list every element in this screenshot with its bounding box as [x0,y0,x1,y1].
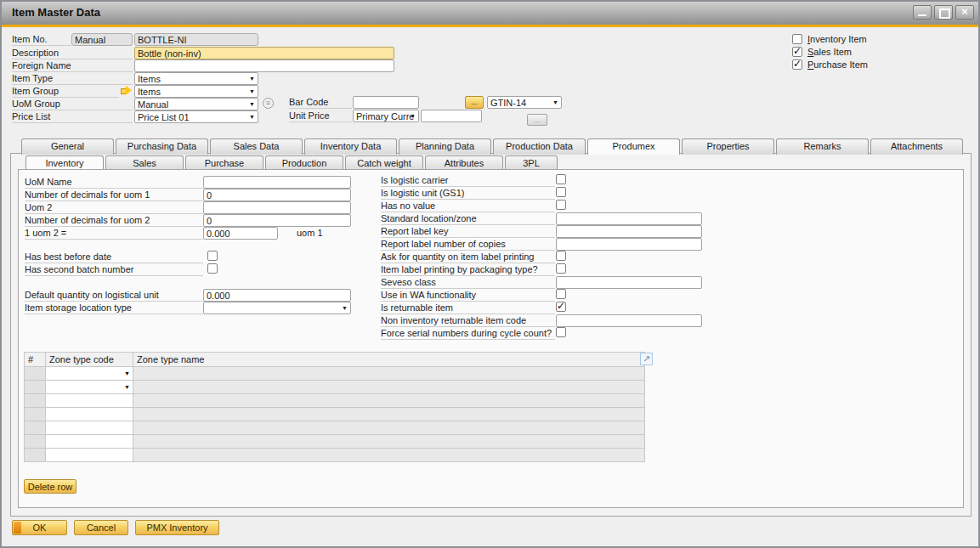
tab-general[interactable]: General [21,138,114,155]
uom-list-icon[interactable]: ≡ [263,98,274,109]
unit-price-field[interactable] [421,110,482,122]
inventory-item-label: Inventory Item [807,34,867,45]
tab-attachments[interactable]: Attachments [870,138,963,155]
zone-code-cell[interactable] [46,394,133,408]
uom-group-select[interactable]: Manual [134,98,258,110]
report-label-copies-field[interactable] [556,238,702,251]
pmx-inventory-button[interactable]: PMX Inventory [135,520,219,535]
item-master-data-window: Item Master Data × Item No. Manual BOTTL… [0,0,980,548]
returnable-item-label: Is returnable item [381,302,555,314]
link-arrow-icon[interactable] [121,86,132,95]
tab-remarks[interactable]: Remarks [776,138,869,155]
logistic-carrier-checkbox[interactable] [556,174,566,184]
non-inventory-returnable-field[interactable] [556,314,702,327]
wa-functionality-label: Use in WA functionality [381,290,555,302]
wa-functionality-checkbox[interactable] [556,289,566,299]
decimals-uom2-field[interactable] [203,214,351,227]
inventory-item-checkbox[interactable] [792,34,802,44]
cancel-button[interactable]: Cancel [74,520,128,535]
second-batch-checkbox[interactable] [207,263,218,274]
zone-col-code-header[interactable]: Zone type code [46,353,133,367]
returnable-item-checkbox[interactable] [556,302,566,312]
decimals-uom1-field[interactable] [203,189,351,201]
tab-production-data[interactable]: Production Data [493,138,586,155]
zone-table-header-row: # Zone type code Zone type name [25,353,645,367]
expand-table-icon[interactable]: ↗ [640,353,653,365]
ask-quantity-label: Ask for quantity on item label printing [381,251,555,263]
tab-produmex[interactable]: Produmex [587,138,680,155]
label-printing-packaging-checkbox[interactable] [556,263,566,274]
bar-code-type-select[interactable]: GTIN-14 [487,96,562,109]
close-button[interactable]: × [955,5,974,20]
zone-code-cell[interactable] [46,408,133,421]
uom-name-label: UoM Name [25,177,203,189]
zone-code-cell[interactable] [46,381,133,394]
foreign-name-field[interactable] [134,59,394,72]
report-label-copies-label: Report label number of copies [381,239,555,251]
default-qty-label: Default quantity on logistical unit [25,290,203,302]
sales-item-checkbox[interactable] [792,47,802,57]
tab-planning-data[interactable]: Planning Data [399,138,491,155]
force-serial-numbers-checkbox[interactable] [556,327,566,337]
uom-group-label: UoM Group [12,99,133,110]
item-group-label: Item Group [12,86,119,98]
maximize-button[interactable] [934,5,953,20]
bar-code-browse-button[interactable]: ... [465,96,484,109]
zone-col-name-header[interactable]: Zone type name [133,353,645,367]
unit-price-currency-select[interactable]: Primary Curre [353,110,419,122]
logistic-carrier-label: Is logistic carrier [381,175,555,187]
minimize-button[interactable] [913,5,932,20]
zone-code-cell[interactable] [46,435,133,449]
label-printing-packaging-label: Item label printing by packaging type? [381,264,555,276]
item-group-select[interactable]: Items [134,85,258,98]
uom-name-field[interactable] [203,176,351,189]
item-type-label: Item Type [12,73,133,85]
tab-inventory-data[interactable]: Inventory Data [304,138,397,155]
standard-location-field[interactable] [556,212,702,225]
tab-properties[interactable]: Properties [682,138,774,155]
inventory-subtab-panel: UoM Name Number of decimals for uom 1 Uo… [18,169,964,508]
seveso-class-label: Seveso class [381,277,555,289]
report-label-key-field[interactable] [556,225,702,238]
zone-code-cell[interactable] [46,367,133,381]
uom-equation-field[interactable] [203,227,278,240]
storage-location-type-select[interactable] [203,302,351,314]
best-before-checkbox[interactable] [207,251,218,261]
table-row [25,421,645,435]
zone-code-cell[interactable] [46,449,133,462]
main-tabstrip: General Purchasing Data Sales Data Inven… [21,138,965,154]
sales-item-label: Sales Item [807,47,852,58]
seveso-class-field[interactable] [556,276,702,289]
has-no-value-checkbox[interactable] [556,200,566,210]
item-no-field[interactable]: BOTTLE-NI [134,33,258,46]
unit-price-more-button[interactable]: ... [527,114,547,126]
logistic-unit-checkbox[interactable] [556,187,566,197]
item-no-label: Item No. [12,34,71,46]
default-qty-field[interactable] [203,289,351,302]
titlebar[interactable]: Item Master Data × [2,2,978,25]
accent-bar [2,25,978,27]
tab-purchasing-data[interactable]: Purchasing Data [116,138,208,155]
item-type-select[interactable]: Items [134,72,258,85]
window-title: Item Master Data [12,6,100,19]
description-field[interactable]: Bottle (non-inv) [134,47,394,59]
table-row [25,435,645,449]
tab-sales-data[interactable]: Sales Data [210,138,303,155]
table-row [25,367,645,381]
item-no-mode-field[interactable]: Manual [71,33,133,46]
ok-button[interactable]: OK [12,520,67,535]
table-row [25,449,645,462]
delete-row-button[interactable]: Delete row [24,479,76,494]
ask-quantity-checkbox[interactable] [556,251,566,261]
zone-code-cell[interactable] [46,421,133,435]
best-before-label: Has best before date [25,251,203,263]
window-controls: × [913,5,974,20]
force-serial-numbers-label: Force serial numbers during cycle count? [381,328,555,340]
purchase-item-checkbox[interactable] [792,59,802,70]
close-icon: × [956,5,973,18]
foreign-name-label: Foreign Name [12,60,133,72]
zone-type-table: # Zone type code Zone type name [24,352,645,462]
bar-code-field[interactable] [353,96,419,109]
price-list-select[interactable]: Price List 01 [134,110,258,123]
uom2-field[interactable] [203,201,351,214]
